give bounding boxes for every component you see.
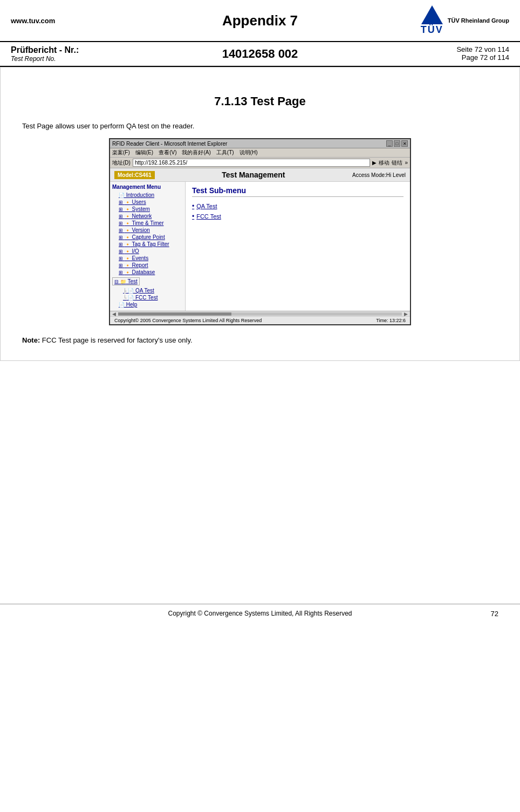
tuv-triangle-icon: [421, 5, 443, 24]
sidebar-item-users[interactable]: ⊞ 🔸 Users: [112, 199, 183, 205]
maximize-button[interactable]: □: [394, 140, 400, 147]
folder-icon: 🔸: [125, 256, 131, 261]
sidebar-item-system[interactable]: ⊞ 🔸 System: [112, 206, 183, 212]
report-page-de: Seite 72 von 114: [343, 45, 509, 53]
footer-page-number: 72: [491, 610, 498, 618]
access-level: Access Mode:Hi Level: [352, 172, 406, 178]
sidebar-item-io[interactable]: ⊞ 🔸 I/O: [112, 248, 183, 254]
expand-icon: ⊞: [119, 200, 123, 205]
main-content: 7.1.13 Test Page Test Page allows user t…: [0, 67, 520, 361]
sidebar-item-capture-point[interactable]: ⊞ 🔸 Capture Point: [112, 234, 183, 240]
scroll-right-icon: ▶: [404, 311, 408, 317]
model-label: Model:CS461: [114, 171, 155, 179]
sidebar-item-help[interactable]: 📄 Help: [112, 302, 183, 308]
scrollbar-area[interactable]: ◀ ▶: [110, 311, 410, 316]
main-panel: Test Sub-menu • QA Test • FCC Test: [186, 182, 410, 311]
expand-icon: ⊞: [119, 214, 123, 219]
doc-icon: 📄: [119, 193, 125, 198]
scroll-left-icon: ◀: [112, 311, 116, 317]
app-header: Model:CS461 Test Management Access Mode:…: [110, 168, 410, 182]
tuv-text: TÜV: [421, 24, 443, 36]
sidebar-item-version[interactable]: ⊞ 🔸 Version: [112, 227, 183, 233]
expand-icon: ⊞: [119, 228, 123, 233]
menu-favorites[interactable]: 我的喜好(A): [182, 149, 210, 156]
expand-icon: ⊞: [119, 221, 123, 226]
section-description: Test Page allows user to perform QA test…: [22, 122, 498, 130]
browser-window-controls: _ □ ✕: [386, 140, 408, 147]
sidebar-item-tag-filter[interactable]: ⊞ 🔸 Tag & Tag Filter: [112, 241, 183, 247]
tree-line-icon: ├: [123, 288, 126, 294]
website-text: www.tuv.com: [11, 17, 55, 25]
note-content: FCC Test page is reserved for factory's …: [40, 336, 192, 344]
expand-icon: ⊞: [119, 249, 123, 254]
qa-test-label: QA Test: [196, 203, 217, 209]
submenu-title: Test Sub-menu: [192, 186, 403, 197]
page-header: www.tuv.com Appendix 7 TÜV TÜV Rheinland…: [0, 0, 520, 42]
expand-icon: ⊞: [119, 242, 123, 247]
browser-title-text: RFID Reader Client - Microsoft Internet …: [112, 141, 227, 147]
report-label-area: Prüfbericht - Nr.: Test Report No.: [11, 45, 177, 63]
collapse-icon: ⊟: [114, 279, 119, 284]
toolbar-move[interactable]: 移动: [379, 159, 389, 167]
folder-icon: 🔸: [125, 270, 131, 275]
report-number: 14012658 002: [177, 45, 343, 63]
screenshot: RFID Reader Client - Microsoft Internet …: [109, 138, 411, 325]
qa-test-link[interactable]: • QA Test: [192, 202, 403, 210]
bullet-icon: •: [192, 213, 194, 220]
sidebar: Management Menu 📄 Introduction ⊞ 🔸 Users…: [110, 182, 186, 311]
tuv-rheinland-text: TÜV Rheinland Group: [448, 17, 509, 24]
menu-edit[interactable]: 编辑(E): [135, 149, 153, 156]
tuv-logo: TÜV: [421, 5, 443, 36]
sidebar-item-network[interactable]: ⊞ 🔸 Network: [112, 213, 183, 219]
menu-tools[interactable]: 工具(T): [216, 149, 234, 156]
folder-icon: 🔸: [125, 221, 131, 226]
folder-icon: 🔸: [125, 200, 131, 205]
folder-icon: 🔸: [125, 235, 131, 240]
header-website: www.tuv.com: [11, 17, 135, 25]
menu-file[interactable]: 楽案(F): [112, 149, 130, 156]
toolbar-icon: »: [405, 160, 408, 166]
sidebar-item-introduction[interactable]: 📄 Introduction: [112, 192, 183, 198]
doc-icon: 📄: [119, 302, 125, 308]
time-label: Time:: [376, 318, 388, 323]
fcc-test-link[interactable]: • FCC Test: [192, 213, 403, 220]
folder-icon: 🔸: [125, 263, 131, 268]
expand-icon: ⊞: [119, 256, 123, 261]
page-footer: Copyright © Convergence Systems Limited,…: [0, 604, 520, 623]
sidebar-item-time-timer[interactable]: ⊞ 🔸 Time & Timer: [112, 220, 183, 226]
go-button[interactable]: ▶: [372, 160, 377, 166]
sidebar-item-database[interactable]: ⊞ 🔸 Database: [112, 269, 183, 275]
sidebar-item-report[interactable]: ⊞ 🔸 Report: [112, 262, 183, 268]
header-appendix: Appendix 7: [135, 12, 385, 29]
expand-icon: ⊞: [119, 263, 123, 268]
app-body: Management Menu 📄 Introduction ⊞ 🔸 Users…: [110, 182, 410, 311]
app-title: Test Management: [222, 170, 285, 179]
report-pages: Seite 72 von 114 Page 72 of 114: [343, 45, 509, 63]
minimize-button[interactable]: _: [386, 140, 393, 147]
folder-icon: 🔸: [125, 228, 131, 233]
folder-icon: 🔸: [125, 214, 131, 219]
address-input[interactable]: [133, 159, 371, 167]
report-page-en: Page 72 of 114: [343, 53, 509, 62]
close-button[interactable]: ✕: [401, 140, 408, 147]
appendix-text: Appendix 7: [222, 12, 298, 29]
sidebar-item-qa-test[interactable]: ├ 📄 QA Test: [112, 288, 183, 294]
bullet-icon: •: [192, 202, 194, 210]
report-info-bar: Prüfbericht - Nr.: Test Report No. 14012…: [0, 42, 520, 67]
expand-icon: ⊞: [119, 207, 123, 212]
sidebar-item-test[interactable]: ⊟ 📁 Test: [112, 277, 140, 285]
sidebar-title: Management Menu: [112, 184, 183, 190]
folder-icon: 🔸: [125, 242, 131, 247]
menu-view[interactable]: 查看(V): [159, 149, 176, 156]
address-label: 地址(D): [112, 159, 131, 167]
menu-help[interactable]: 说明(H): [240, 149, 258, 156]
toolbar-links[interactable]: 链结: [392, 159, 402, 167]
doc-icon: 📄: [128, 288, 134, 294]
sidebar-item-fcc-test[interactable]: └ 📄 FCC Test: [112, 295, 183, 301]
header-logo: TÜV TÜV Rheinland Group: [385, 5, 509, 36]
sidebar-item-events[interactable]: ⊞ 🔸 Events: [112, 255, 183, 261]
fcc-test-label: FCC Test: [196, 213, 221, 220]
note-text: Note: FCC Test page is reserved for fact…: [22, 336, 498, 344]
app-copyright: Copyright© 2005 Convergence Systems Limi…: [114, 318, 262, 323]
browser-menubar: 楽案(F) 编辑(E) 查看(V) 我的喜好(A) 工具(T) 说明(H): [110, 148, 410, 158]
